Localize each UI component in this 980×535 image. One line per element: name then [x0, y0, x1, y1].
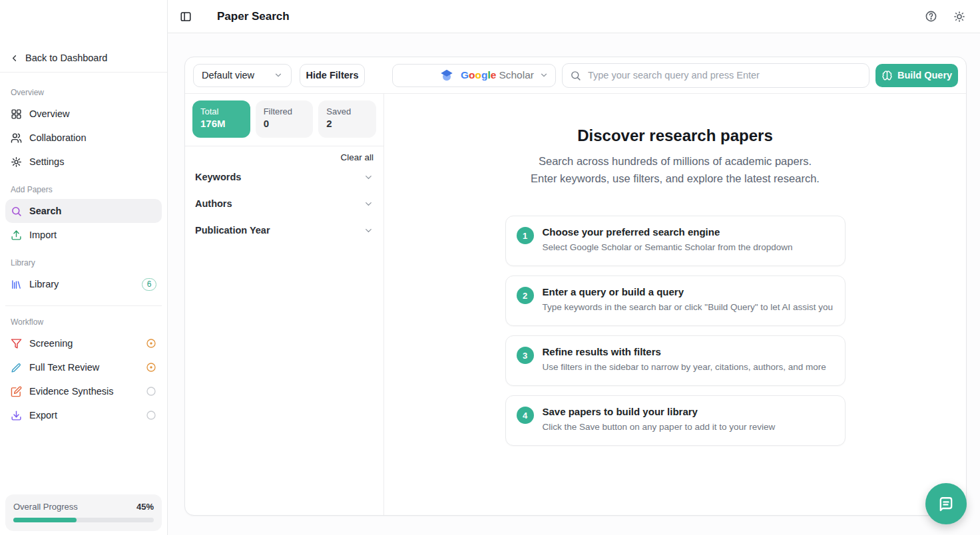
chevron-down-icon [274, 71, 283, 80]
search-engine-select[interactable]: GoogleScholar [392, 64, 556, 87]
step-description: Select Google Scholar or Semantic Schola… [543, 242, 793, 252]
chat-fab-button[interactable] [925, 483, 967, 524]
gear-icon [11, 156, 22, 168]
stat-tab-total[interactable]: Total 176M [192, 100, 250, 138]
section-label-library: Library [11, 258, 156, 268]
search-icon [11, 206, 22, 217]
step-card-4: 4 Save papers to build your library Clic… [505, 395, 846, 446]
progress-bar [13, 518, 154, 522]
status-in-progress-icon [146, 338, 156, 349]
progress-label: Overall Progress [13, 502, 78, 512]
stat-tab-saved[interactable]: Saved 2 [318, 100, 376, 138]
step-description: Use filters in the sidebar to narrow by … [543, 362, 826, 372]
sidebar-item-screening[interactable]: Screening [5, 331, 162, 355]
step-description: Click the Save button on any paper to ad… [543, 422, 776, 432]
overall-progress-box: Overall Progress 45% [5, 494, 162, 531]
sidebar-item-label: Overview [29, 108, 69, 119]
sidebar-item-label: Search [29, 206, 61, 216]
sidebar-item-import[interactable]: Import [5, 223, 162, 247]
upload-icon [11, 230, 22, 241]
content-area: Default view Hide Filters GoogleScholar [168, 33, 980, 535]
search-icon [570, 70, 581, 81]
sidebar-item-overview[interactable]: Overview [5, 102, 162, 126]
sidebar-item-search[interactable]: Search [5, 199, 162, 223]
brain-icon [881, 70, 893, 81]
hero-title: Discover research papers [384, 124, 966, 147]
sidebar-item-label: Screening [29, 338, 73, 349]
step-description: Type keywords in the search bar or click… [543, 302, 834, 312]
chevron-down-icon [539, 71, 549, 80]
sidebar-item-export[interactable]: Export [5, 403, 162, 427]
filter-group-label: Publication Year [195, 225, 270, 236]
back-to-dashboard-button[interactable]: Back to Dashboard [9, 53, 107, 63]
build-query-button[interactable]: Build Query [875, 64, 958, 87]
search-toolbar: Default view Hide Filters GoogleScholar [185, 57, 966, 93]
sidebar-item-label: Settings [29, 156, 64, 167]
progress-value: 45% [136, 502, 154, 512]
onboarding-steps: 1 Choose your preferred search engine Se… [505, 216, 846, 446]
sidebar-item-label: Collaboration [29, 132, 86, 143]
sun-icon [953, 11, 965, 23]
sidebar-item-collaboration[interactable]: Collaboration [5, 126, 162, 150]
step-title: Enter a query or build a query [543, 285, 834, 299]
step-title: Refine results with filters [543, 345, 826, 359]
google-scholar-logo-icon [439, 68, 454, 83]
view-select-value: Default view [202, 70, 254, 81]
search-input[interactable] [562, 63, 869, 88]
build-query-label: Build Query [897, 70, 952, 81]
grid-icon [11, 108, 22, 120]
hide-filters-button[interactable]: Hide Filters [300, 64, 365, 87]
library-icon [11, 279, 22, 290]
stat-value: 0 [264, 118, 306, 129]
filter-group-authors[interactable]: Authors [192, 190, 376, 217]
pen-icon [11, 362, 22, 373]
sidebar-item-library[interactable]: Library 6 [5, 272, 162, 296]
google-wordmark: GoogleScholar [461, 69, 534, 81]
chevron-down-icon [364, 226, 373, 236]
sidebar-toggle-button[interactable] [180, 11, 192, 23]
clear-all-button[interactable]: Clear all [340, 152, 373, 162]
library-count-badge: 6 [142, 278, 156, 291]
sidebar-divider [5, 305, 162, 306]
step-title: Choose your preferred search engine [543, 226, 793, 239]
sidebar-item-evidence-synthesis[interactable]: Evidence Synthesis [5, 379, 162, 403]
stat-label: Filtered [264, 106, 306, 116]
chat-bubble-icon [937, 494, 955, 513]
step-card-2: 2 Enter a query or build a query Type ke… [505, 275, 846, 326]
sidebar-item-label: Evidence Synthesis [29, 386, 114, 397]
section-label-overview: Overview [11, 88, 156, 97]
back-label: Back to Dashboard [25, 53, 107, 63]
step-card-1: 1 Choose your preferred search engine Se… [505, 216, 846, 266]
sidebar-item-label: Export [29, 410, 57, 421]
section-label-add-papers: Add Papers [11, 185, 156, 194]
step-card-3: 3 Refine results with filters Use filter… [505, 335, 846, 386]
panel-left-icon [180, 11, 192, 23]
page-title: Paper Search [217, 10, 290, 23]
results-area: Discover research papers Search across h… [384, 94, 966, 515]
help-button[interactable] [925, 10, 937, 23]
sidebar-nav: Overview Overview Collaboration Settings… [0, 73, 167, 431]
sidebar-item-label: Full Text Review [29, 362, 99, 373]
status-pending-icon [146, 386, 156, 397]
sidebar-item-label: Library [29, 279, 59, 289]
view-select[interactable]: Default view [193, 64, 292, 87]
sidebar-item-settings[interactable]: Settings [5, 150, 162, 174]
filter-group-publication-year[interactable]: Publication Year [192, 217, 376, 244]
progress-bar-fill [13, 518, 77, 522]
help-icon [925, 10, 937, 23]
theme-toggle-button[interactable] [953, 11, 965, 23]
step-number-badge: 3 [517, 347, 534, 364]
chevron-down-icon [364, 172, 373, 182]
filter-group-label: Authors [195, 198, 232, 209]
filters-panel: Total 176M Filtered 0 Saved 2 Clear all [185, 94, 384, 515]
funnel-icon [11, 338, 22, 349]
step-title: Save papers to build your library [543, 405, 776, 419]
stat-tab-filtered[interactable]: Filtered 0 [256, 100, 314, 138]
status-in-progress-icon [146, 362, 156, 373]
stat-value: 2 [326, 118, 368, 129]
status-pending-icon [146, 410, 156, 421]
filter-group-keywords[interactable]: Keywords [192, 164, 376, 190]
edit-square-icon [11, 386, 22, 397]
sidebar: Back to Dashboard Overview Overview Coll… [0, 0, 168, 535]
sidebar-item-full-text-review[interactable]: Full Text Review [5, 355, 162, 379]
